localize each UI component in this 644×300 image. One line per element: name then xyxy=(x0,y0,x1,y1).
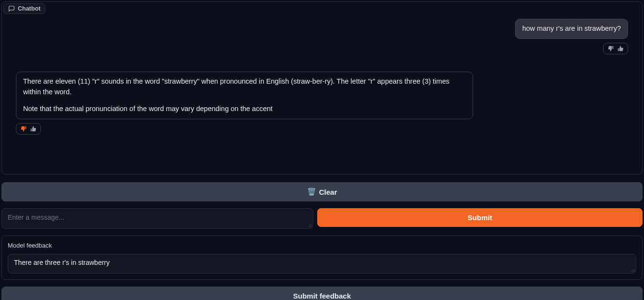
user-message-row: how many r's are in strawberry? xyxy=(16,19,628,39)
chatbot-label-badge: Chatbot xyxy=(3,3,45,14)
submit-feedback-label: Submit feedback xyxy=(293,292,351,300)
thumbs-down-icon[interactable] xyxy=(607,45,614,52)
bot-feedback-box xyxy=(16,123,41,135)
feedback-label: Model feedback xyxy=(8,242,636,249)
trash-icon: 🗑️ xyxy=(307,188,316,196)
clear-button[interactable]: 🗑️ Clear xyxy=(1,182,643,201)
submit-button[interactable]: Submit xyxy=(317,208,643,227)
submit-button-label: Submit xyxy=(468,213,492,222)
thumbs-up-icon[interactable] xyxy=(617,45,624,52)
input-row: Submit xyxy=(1,208,643,229)
bot-message-bubble: There are eleven (11) "r" sounds in the … xyxy=(16,72,473,119)
bot-message-paragraph-2: Note that the actual pronunciation of th… xyxy=(23,104,466,114)
resize-handle-icon[interactable] xyxy=(307,223,312,227)
chat-icon xyxy=(8,5,15,12)
bot-message-row: There are eleven (11) "r" sounds in the … xyxy=(16,72,628,119)
feedback-panel: Model feedback xyxy=(1,236,643,280)
user-feedback-box xyxy=(603,43,628,54)
thumbs-up-icon[interactable] xyxy=(30,125,37,132)
resize-handle-icon[interactable] xyxy=(630,267,635,272)
clear-button-label: Clear xyxy=(319,188,337,196)
bot-feedback-row xyxy=(16,123,628,135)
user-feedback-row xyxy=(16,43,628,54)
feedback-textarea[interactable] xyxy=(8,254,636,272)
message-input-wrap xyxy=(1,208,313,229)
chatbot-label-text: Chatbot xyxy=(18,5,40,12)
user-message-text: how many r's are in strawberry? xyxy=(522,25,621,32)
message-input[interactable] xyxy=(2,209,313,227)
bot-message-paragraph-1: There are eleven (11) "r" sounds in the … xyxy=(23,76,466,98)
submit-feedback-button[interactable]: Submit feedback xyxy=(1,287,643,300)
chat-panel: Chatbot how many r's are in strawberry? xyxy=(1,1,643,175)
user-message-bubble: how many r's are in strawberry? xyxy=(515,19,628,39)
messages-container: how many r's are in strawberry? There ar… xyxy=(3,14,641,144)
thumbs-down-icon[interactable] xyxy=(20,125,27,132)
feedback-textarea-wrap xyxy=(8,254,636,274)
